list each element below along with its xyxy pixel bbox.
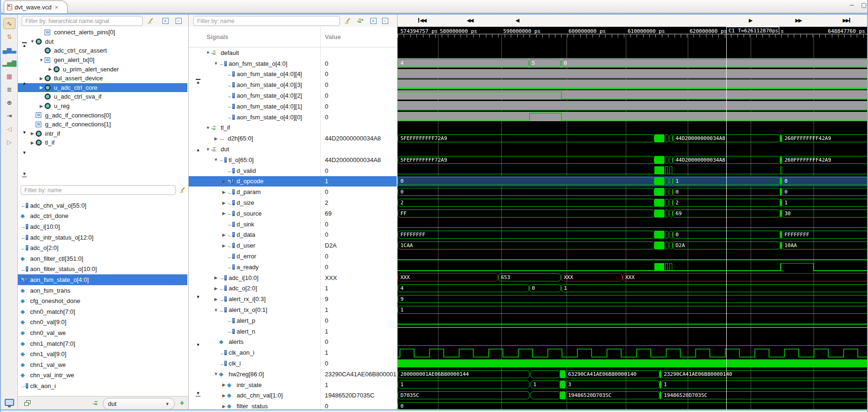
jump-to-start-button[interactable]: ◀◀ bbox=[418, 16, 426, 24]
tree-item-u_reg[interactable]: ▶u_reg bbox=[18, 101, 187, 111]
scroll-down-icon[interactable]: ▼ bbox=[21, 129, 28, 136]
expand-arrow-icon[interactable]: ▶ bbox=[47, 67, 54, 71]
local-item-adc_ctrl_done[interactable]: ◆adc_ctrl_done bbox=[18, 211, 187, 222]
step-forward-button[interactable]: ▶ bbox=[749, 16, 752, 24]
chart-plot-icon[interactable]: ▂▅▇ bbox=[3, 57, 15, 69]
expand-arrow-icon[interactable]: ▶ bbox=[221, 382, 227, 387]
expand-arrow-icon[interactable]: ▼ bbox=[29, 39, 36, 44]
expand-arrow-icon[interactable]: ▶ bbox=[213, 275, 219, 280]
expand-arrow-icon[interactable]: ▶ bbox=[221, 179, 227, 184]
signal-row-aon_fsm_state_o-4-0-0-[interactable]: ←aon_fsm_state_o[4:0][0]0 bbox=[189, 112, 397, 123]
wave-row-adc_o-2-0-[interactable]: 401 bbox=[398, 283, 867, 294]
tab-dvt-wave[interactable]: dvt_wave.vcd × bbox=[4, 0, 68, 13]
wave-row-d_source[interactable]: FF6930 bbox=[398, 208, 867, 219]
wave-row-aon_fsm_state_o-4-0-2-[interactable] bbox=[398, 90, 867, 101]
signal-row-d_error[interactable]: ←d_error0 bbox=[189, 251, 397, 262]
wave-row-aon_fsm_state_o-4-0-1-[interactable] bbox=[398, 101, 867, 112]
expand-arrow-icon[interactable]: ▼ bbox=[205, 125, 211, 130]
step-backward-button[interactable]: ◀ bbox=[515, 16, 518, 24]
sync-icon[interactable]: ⇅ bbox=[3, 31, 15, 42]
wave-row-dut[interactable] bbox=[398, 144, 867, 155]
tree-item-u_prim_alert_sender[interactable]: ▶u_prim_alert_sender bbox=[18, 64, 187, 74]
expand-all-icon[interactable]: + bbox=[161, 16, 170, 25]
expand-arrow-icon[interactable]: ▶ bbox=[213, 136, 219, 141]
locals-clear-broom-icon[interactable] bbox=[177, 186, 187, 194]
wave-row-alerts[interactable] bbox=[398, 337, 867, 348]
hierarchy-filter-input[interactable] bbox=[22, 16, 143, 26]
chart-bars-icon[interactable]: ▄▆▃ bbox=[3, 44, 15, 55]
signal-row-d_param[interactable]: ▶←d_param0 bbox=[189, 187, 397, 197]
fast-forward-button[interactable]: ▶▶ bbox=[795, 16, 801, 24]
wave-row-d_param[interactable]: 000 bbox=[398, 187, 867, 197]
signal-row-alert_rx_i-0-3-[interactable]: ▶→alert_rx_i[0:3]9 bbox=[189, 294, 397, 304]
scroll-up-icon[interactable]: ▲ bbox=[21, 80, 28, 86]
scope-combo[interactable]: dut ▼ bbox=[103, 398, 175, 410]
signal-row-dut[interactable]: ▼-Ξdut bbox=[189, 144, 397, 155]
signal-row-d_valid[interactable]: ←d_valid0 bbox=[189, 165, 397, 176]
expand-arrow-icon[interactable]: ▶ bbox=[221, 243, 227, 248]
signal-row-aon_fsm_state_o-4-0-3-[interactable]: ←aon_fsm_state_o[4:0][3]0 bbox=[189, 79, 397, 90]
scroll-down-icon[interactable]: ▼ bbox=[21, 171, 28, 177]
prev-marker-icon[interactable]: ◁ bbox=[3, 123, 15, 134]
signal-row-adc_o-2-0-[interactable]: ▶←adc_o[2:0]1 bbox=[189, 283, 397, 294]
wave-row-intr_state[interactable]: 1131 bbox=[398, 380, 867, 390]
signal-row-d_user[interactable]: ▶←d_userD2A bbox=[189, 240, 397, 251]
expand-arrow-icon[interactable]: ▼ bbox=[213, 372, 219, 376]
expand-arrow-icon[interactable]: ▼ bbox=[213, 308, 219, 312]
wave-row-clk_aon_i[interactable] bbox=[398, 347, 867, 358]
cursor-line[interactable] bbox=[726, 34, 727, 411]
tree-item-g_adc_if_connections-1-[interactable]: Gg_adc_if_connections[1] bbox=[18, 120, 187, 129]
register-grid-icon[interactable]: ▦ bbox=[3, 70, 15, 82]
tree-item-u_adc_ctrl_sva_if[interactable]: u_adc_ctrl_sva_if bbox=[18, 92, 187, 101]
expand-arrow-icon[interactable]: ▼ bbox=[38, 58, 45, 62]
signal-row-a_ready[interactable]: ←a_ready0 bbox=[189, 262, 397, 272]
local-item-chn_val_intr_we[interactable]: ◆chn_val_intr_we bbox=[18, 370, 187, 381]
tab-close-icon[interactable]: × bbox=[55, 4, 59, 11]
expand-arrow-icon[interactable]: ▶ bbox=[213, 297, 219, 302]
expand-arrow-icon[interactable]: ▶ bbox=[221, 190, 227, 194]
scroll-down-icon[interactable]: ▼ bbox=[194, 294, 202, 300]
goto-end-icon[interactable]: ⇥ bbox=[3, 110, 15, 121]
expand-arrow-icon[interactable]: ▶ bbox=[221, 233, 227, 237]
wave-row-a_ready[interactable] bbox=[398, 262, 867, 272]
expand-arrow-icon[interactable]: ▶ bbox=[38, 76, 45, 81]
tree-item-adc_ctrl_csr_assert[interactable]: adc_ctrl_csr_assert bbox=[18, 46, 187, 55]
scroll-down-icon[interactable]: ▼ bbox=[21, 149, 28, 156]
wave-row-filter_status[interactable]: 0 bbox=[398, 401, 867, 411]
wave-row-aon_fsm_state_o-4-0-3-[interactable] bbox=[398, 79, 867, 90]
local-item-aon_filter_status_o-10-0-[interactable]: ←aon_filter_status_o[10:0] bbox=[18, 264, 187, 275]
minimize-icon[interactable]: ─ bbox=[850, 1, 854, 8]
signal-row-aon_fsm_state_o-4-0-2-[interactable]: ←aon_fsm_state_o[4:0][2]0 bbox=[189, 90, 397, 101]
signals-expand-all-icon[interactable]: + bbox=[369, 16, 378, 25]
expand-arrow-icon[interactable]: ▶ bbox=[213, 286, 219, 291]
signal-row-d2h-65-0-[interactable]: ▶↔d2h[65:0]44D20000000034A8 bbox=[189, 133, 397, 144]
expand-arrow-icon[interactable]: ▼ bbox=[213, 157, 219, 162]
wave-row-d_size[interactable]: 221 bbox=[398, 197, 867, 208]
signal-row-default[interactable]: ▼-Ξdefault bbox=[189, 47, 397, 58]
scroll-up-icon[interactable]: ▲ bbox=[21, 42, 28, 49]
signal-row-hw2reg-86-0-[interactable]: ▼◆hw2reg[86:0]23290CA41AE06B80000140 bbox=[189, 369, 397, 380]
tree-item-dut[interactable]: ▼dut bbox=[18, 37, 187, 47]
wave-row-d_opcode[interactable]: 010 bbox=[398, 176, 867, 187]
collapse-all-icon[interactable]: − bbox=[174, 16, 183, 25]
local-item-chn1_val_we[interactable]: ◆chn1_val_we bbox=[18, 359, 187, 370]
wave-row-d_sink[interactable] bbox=[398, 219, 867, 230]
signal-row-alert_p[interactable]: ←alert_p0 bbox=[189, 315, 397, 326]
local-item-chn0_val_we[interactable]: ◆chn0_val_we bbox=[18, 327, 187, 338]
monitor-icon[interactable] bbox=[5, 399, 14, 406]
signal-row-intr_state[interactable]: ▶◆intr_state1 bbox=[189, 380, 397, 390]
signal-row-d_source[interactable]: ▶←d_source69 bbox=[189, 208, 397, 219]
expand-arrow-icon[interactable]: ▼ bbox=[205, 50, 211, 55]
wave-row-d2h-65-0-[interactable]: 5FEFFFFFFFF72A944D20000000034A8260FFFFFF… bbox=[398, 133, 867, 144]
signal-row-aon_fsm_state_o-4-0-[interactable]: ▼←aon_fsm_state_o[4:0]0 bbox=[189, 58, 397, 69]
signals-collapse-all-icon[interactable]: − bbox=[380, 16, 390, 25]
jump-to-end-button[interactable]: ▶▶ bbox=[843, 16, 850, 24]
expand-arrow-icon[interactable]: ▶ bbox=[221, 201, 227, 205]
signal-row-alerts[interactable]: ◆alerts0 bbox=[189, 337, 397, 348]
signal-row-adc_i-10-0-[interactable]: ▶→adc_i[10:0]XXX bbox=[189, 272, 397, 283]
expand-arrow-icon[interactable]: ▶ bbox=[29, 140, 36, 145]
wave-row-adc_chn_val-1-0-[interactable]: D7035C19486520D7035C19486520D7035C bbox=[398, 390, 867, 401]
expand-arrow-icon[interactable]: ▼ bbox=[213, 61, 219, 66]
signal-row-alert_n[interactable]: ←alert_n1 bbox=[189, 326, 397, 337]
tree-item-connect_alerts_pins-0-[interactable]: Gconnect_alerts_pins[0] bbox=[18, 28, 187, 37]
